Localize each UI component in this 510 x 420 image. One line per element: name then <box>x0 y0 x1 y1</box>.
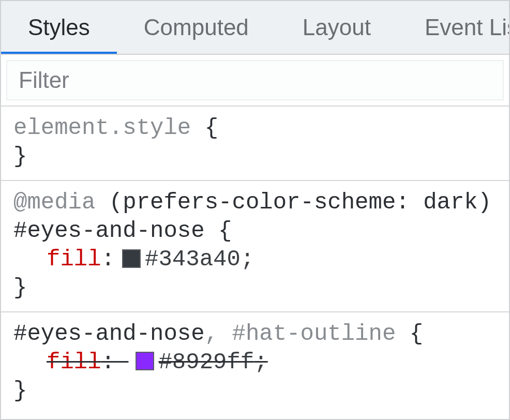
brace-open: { <box>205 218 232 244</box>
brace-close: } <box>13 378 27 403</box>
media-condition: (prefers-color-scheme: dark) <box>95 189 491 215</box>
filter-input[interactable] <box>6 60 504 100</box>
selector: #eyes-and-nose <box>13 218 205 244</box>
property-name: fill <box>47 349 101 375</box>
tab-computed[interactable]: Computed <box>117 1 276 54</box>
tab-event-listeners[interactable]: Event Listeners <box>398 1 509 54</box>
rule-eyes-hat[interactable]: #eyes-and-nose, #hat-outline { fill: #89… <box>1 312 509 414</box>
tab-layout[interactable]: Layout <box>276 1 398 54</box>
media-keyword: @media <box>13 189 95 215</box>
selector-primary: #eyes-and-nose <box>13 321 205 347</box>
semicolon: ; <box>241 245 254 274</box>
declaration-fill[interactable]: fill: #343a40; <box>13 245 497 274</box>
rule-media-dark[interactable]: @media (prefers-color-scheme: dark) #eye… <box>1 181 509 312</box>
semicolon: ; <box>254 349 267 375</box>
brace-close: } <box>13 143 27 169</box>
color-swatch-icon[interactable] <box>122 249 141 268</box>
color-swatch-icon[interactable] <box>136 352 154 370</box>
styles-panel: Styles Computed Layout Event Listeners e… <box>0 0 510 420</box>
property-name: fill <box>47 245 101 274</box>
tabbar: Styles Computed Layout Event Listeners <box>1 1 509 55</box>
rules-list: element.style { } @media (prefers-color-… <box>1 107 509 419</box>
brace-close: } <box>13 275 27 301</box>
filter-row <box>1 55 509 107</box>
colon: : <box>101 349 115 375</box>
colon: : <box>101 245 115 274</box>
property-value: #8929ff <box>158 349 254 375</box>
declaration-fill-overridden[interactable]: fill: #8929ff; <box>13 348 497 377</box>
selector-comma: , <box>205 321 232 347</box>
brace-open: { <box>396 321 423 347</box>
rule-element-style[interactable]: element.style { } <box>1 107 509 181</box>
tab-styles[interactable]: Styles <box>1 1 117 54</box>
selector-secondary: #hat-outline <box>232 321 396 347</box>
selector: element.style <box>13 115 191 141</box>
property-value: #343a40 <box>145 245 241 274</box>
brace-open: { <box>191 115 218 141</box>
